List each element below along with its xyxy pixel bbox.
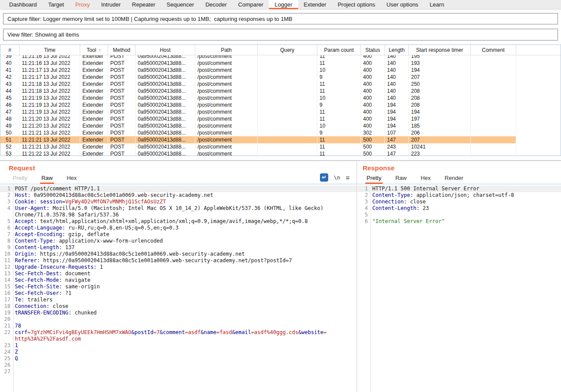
request-line-12: 12Upgrade-Insecure-Requests: 1 — [0, 264, 357, 270]
column-header-label: Status — [365, 47, 380, 53]
line-number: 5 — [0, 218, 13, 225]
view-filter-bar[interactable]: View filter: Showing all items — [3, 29, 558, 41]
log-row-40[interactable]: 4011:21:16 13 Jul 2022ExtenderPOST0a9500… — [0, 60, 561, 67]
menu-tab-proxy[interactable]: Proxy — [70, 0, 95, 9]
cell-query — [258, 74, 317, 81]
column-header-query[interactable]: Query — [258, 45, 317, 55]
line-text: Accept-Language: ru-RU,ru;q=0.8,en-US;q=… — [13, 225, 179, 231]
cell-start_response_timer: 197 — [409, 115, 471, 122]
editor-menu-icon[interactable]: ≡ — [346, 173, 350, 182]
panel-vertical-divider[interactable] — [357, 161, 357, 392]
column-header-comment[interactable]: Comment — [471, 45, 516, 55]
menu-tab-comparer[interactable]: Comparer — [232, 0, 269, 9]
cell-start_response_timer: 207 — [409, 136, 471, 143]
cell-comment — [471, 122, 516, 129]
log-row-53[interactable]: 5311:21:22 13 Jul 2022ExtenderPOST0a9500… — [0, 150, 561, 156]
cell-length: 147 — [385, 136, 409, 143]
line-number: 8 — [0, 238, 13, 244]
menu-tab-decoder[interactable]: Decoder — [200, 0, 232, 9]
cell-query — [258, 150, 317, 156]
column-header--[interactable]: # — [0, 45, 20, 55]
column-header-method[interactable]: Method — [108, 45, 136, 55]
request-tab-hex[interactable]: Hex — [65, 175, 78, 184]
line-text: 78 — [13, 323, 21, 329]
line-text: Accept-Encoding: gzip, deflate — [13, 231, 109, 238]
show-newlines-icon[interactable]: \n — [334, 175, 340, 181]
column-header-length[interactable]: Length — [385, 45, 409, 55]
menu-tab-user-options[interactable]: User options — [381, 0, 424, 9]
response-tab-raw[interactable]: Raw — [394, 175, 408, 184]
log-row-45[interactable]: 4511:21:19 13 Jul 2022ExtenderPOST0a9500… — [0, 95, 561, 101]
request-tab-raw[interactable]: Raw — [40, 175, 54, 184]
response-tab-pretty[interactable]: Pretty — [365, 175, 383, 184]
request-line-1: 1POST /post/comment HTTP/1.1 — [0, 186, 357, 192]
cell-start_response_timer: 208 — [409, 88, 471, 95]
column-header-label: Host — [160, 47, 171, 53]
column-header-host[interactable]: Host — [136, 45, 195, 55]
cell-method: POST — [108, 101, 136, 108]
line-number: 12 — [0, 264, 13, 270]
cell-time: 11:21:16 13 Jul 2022 — [20, 60, 80, 67]
cell-id: 48 — [0, 115, 20, 122]
column-header-filler — [516, 45, 561, 55]
column-header-start-response-timer[interactable]: Start response timer — [409, 45, 471, 55]
line-text: 1 — [13, 342, 18, 349]
log-row-47[interactable]: 4711:21:19 13 Jul 2022ExtenderPOST0a9500… — [0, 108, 561, 115]
column-header-status[interactable]: Status — [361, 45, 385, 55]
request-line-17: 17Te: trailers — [0, 297, 357, 303]
response-tab-hex[interactable]: Hex — [419, 175, 432, 184]
menu-tab-target[interactable]: Target — [43, 0, 70, 9]
response-tab-render[interactable]: Render — [443, 175, 465, 184]
log-row-49[interactable]: 4911:21:20 13 Jul 2022ExtenderPOST0a9500… — [0, 122, 561, 129]
response-line-5: 5 — [357, 212, 561, 218]
cell-comment — [471, 150, 516, 156]
log-row-50[interactable]: 5011:21:21 13 Jul 2022ExtenderPOST0a9500… — [0, 129, 561, 136]
cell-length: 140 — [385, 81, 409, 88]
column-header-path[interactable]: Path — [195, 45, 258, 55]
cell-time: 11:21:19 13 Jul 2022 — [20, 108, 80, 115]
response-editor[interactable]: 1HTTP/1.1 500 Internal Server Error2Cont… — [357, 184, 561, 392]
log-row-48[interactable]: 4811:21:20 13 Jul 2022ExtenderPOST0a9500… — [0, 115, 561, 122]
request-editor[interactable]: 1POST /post/comment HTTP/1.12Host: 0a950… — [0, 184, 357, 392]
menu-tab-project-options[interactable]: Project options — [332, 0, 381, 9]
cell-time: 11:21:21 13 Jul 2022 — [20, 129, 80, 136]
cell-path: /post/comment — [195, 150, 258, 156]
log-row-44[interactable]: 4411:21:18 13 Jul 2022ExtenderPOST0a9500… — [0, 88, 561, 95]
cell-comment — [471, 115, 516, 122]
log-row-43[interactable]: 4311:21:18 13 Jul 2022ExtenderPOST0a9500… — [0, 81, 561, 88]
response-line-1: 1HTTP/1.1 500 Internal Server Error — [357, 186, 561, 192]
cell-query — [258, 136, 317, 143]
line-text: Upgrade-Insecure-Requests: 1 — [13, 264, 103, 270]
log-row-52[interactable]: 5211:21:21 13 Jul 2022ExtenderPOST0a9500… — [0, 143, 561, 150]
column-header-tool[interactable]: Tool∧ — [80, 45, 108, 55]
cell-param_count: 9 — [317, 74, 361, 81]
menu-tab-sequencer[interactable]: Sequencer — [161, 0, 200, 9]
cell-status: 500 — [361, 150, 385, 156]
menu-tab-extender[interactable]: Extender — [298, 0, 332, 9]
line-number: 15 — [0, 284, 13, 290]
log-row-41[interactable]: 4111:21:17 13 Jul 2022ExtenderPOST0a9500… — [0, 67, 561, 74]
log-row-51[interactable]: 5111:21:21 13 Jul 2022ExtenderPOST0a9500… — [0, 136, 561, 143]
request-tab-pretty[interactable]: Pretty — [11, 175, 29, 184]
request-line-19: 19tRANSFER-ENCODING: chunked — [0, 310, 357, 316]
log-row-46[interactable]: 4611:21:19 13 Jul 2022ExtenderPOST0a9500… — [0, 101, 561, 108]
menu-tab-intruder[interactable]: Intruder — [95, 0, 126, 9]
column-header-time[interactable]: Time — [20, 45, 80, 55]
word-wrap-icon[interactable]: ↵ — [320, 173, 328, 182]
cell-path: /post/comment — [195, 143, 258, 150]
column-header-label: Tool — [87, 47, 96, 53]
cell-status: 400 — [361, 108, 385, 115]
menu-tab-learn[interactable]: Learn — [424, 0, 450, 9]
cell-method: POST — [108, 129, 136, 136]
log-row-42[interactable]: 4211:21:17 13 Jul 2022ExtenderPOST0a9500… — [0, 74, 561, 81]
cell-status: 400 — [361, 60, 385, 67]
response-line-3: 3Connection: close — [357, 199, 561, 205]
menu-tab-logger[interactable]: Logger — [269, 0, 298, 9]
cell-filler — [516, 74, 561, 81]
capture-filter-bar[interactable]: Capture filter: Logger memory limit set … — [3, 13, 558, 24]
cell-length: 194 — [385, 101, 409, 108]
menu-tab-repeater[interactable]: Repeater — [126, 0, 161, 9]
cell-query — [258, 129, 317, 136]
menu-tab-dashboard[interactable]: Dashboard — [3, 0, 43, 9]
column-header-param-count[interactable]: Param count — [317, 45, 361, 55]
